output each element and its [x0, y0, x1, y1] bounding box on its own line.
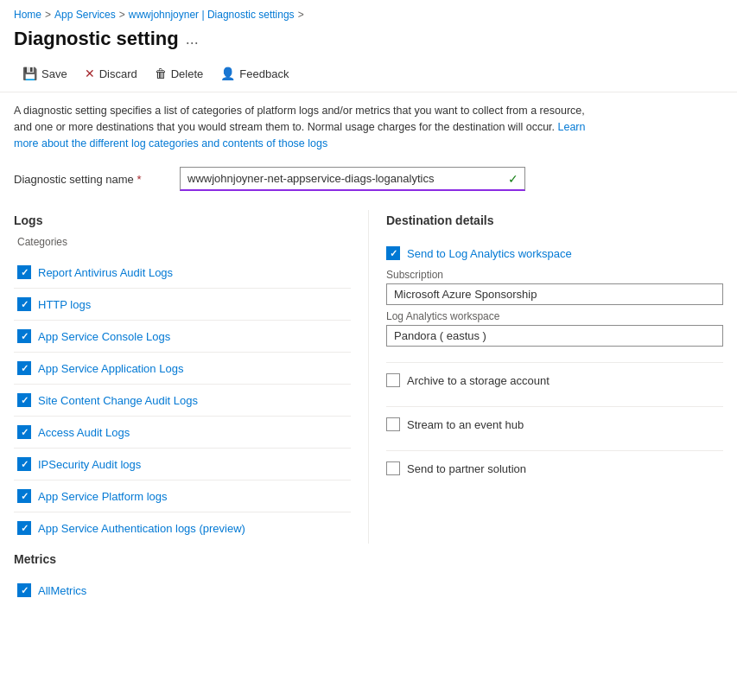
dest-header-2: Stream to an event hub — [386, 417, 723, 431]
log-item: IPSecurity Audit logs — [14, 449, 351, 480]
log-label-4[interactable]: Site Content Change Audit Logs — [38, 394, 198, 407]
dest-item: Send to partner solution — [386, 451, 723, 494]
log-label-0[interactable]: Report Antivirus Audit Logs — [38, 266, 173, 279]
page-title-area: Diagnostic setting ... — [0, 26, 737, 59]
dest-label-1[interactable]: Archive to a storage account — [407, 374, 550, 387]
log-item: HTTP logs — [14, 289, 351, 321]
form-section: Diagnostic setting name * ✓ — [0, 158, 737, 210]
page-title: Diagnostic setting — [14, 28, 179, 50]
breadcrumb-home[interactable]: Home — [14, 9, 41, 21]
required-marker: * — [137, 173, 141, 186]
dest-item: Archive to a storage account — [386, 363, 723, 407]
discard-button[interactable]: ✕ Discard — [76, 62, 146, 85]
metrics-section: Metrics AllMetrics — [0, 544, 737, 620]
toolbar: 💾 Save ✕ Discard 🗑 Delete 👤 Feedback — [0, 59, 737, 92]
log-label-5[interactable]: Access Audit Logs — [38, 426, 130, 439]
logs-panel: Logs Categories Report Antivirus Audit L… — [14, 210, 368, 544]
log-checkbox-8[interactable] — [17, 521, 31, 535]
categories-label: Categories — [14, 236, 351, 248]
delete-button[interactable]: 🗑 Delete — [146, 62, 213, 85]
dest-header-1: Archive to a storage account — [386, 373, 723, 387]
sub-field-0-0: Subscription — [386, 269, 723, 305]
destination-panel: Destination details Send to Log Analytic… — [368, 210, 723, 544]
metrics-item: AllMetrics — [14, 575, 723, 606]
log-items-list: Report Antivirus Audit Logs HTTP logs Ap… — [14, 257, 351, 544]
diagnostic-name-input[interactable] — [180, 167, 525, 191]
dest-label-0[interactable]: Send to Log Analytics workspace — [407, 247, 572, 260]
sub-field-input-0-0[interactable] — [386, 283, 723, 305]
log-item: App Service Application Logs — [14, 353, 351, 385]
delete-icon: 🗑 — [155, 67, 167, 80]
discard-icon: ✕ — [85, 67, 95, 80]
destination-items-list: Send to Log Analytics workspace Subscrip… — [386, 236, 723, 494]
metrics-label-0[interactable]: AllMetrics — [38, 584, 86, 597]
dest-header-3: Send to partner solution — [386, 461, 723, 475]
log-checkbox-5[interactable] — [17, 425, 31, 439]
log-label-6[interactable]: IPSecurity Audit logs — [38, 458, 141, 471]
dest-label-3[interactable]: Send to partner solution — [407, 462, 526, 475]
sub-field-label-0-0: Subscription — [386, 269, 723, 281]
dest-label-2[interactable]: Stream to an event hub — [407, 418, 524, 431]
log-item: App Service Console Logs — [14, 321, 351, 353]
main-content: Logs Categories Report Antivirus Audit L… — [0, 210, 737, 544]
feedback-icon: 👤 — [220, 67, 235, 80]
log-item: Site Content Change Audit Logs — [14, 385, 351, 417]
dest-checkbox-0[interactable] — [386, 246, 400, 260]
metrics-section-title: Metrics — [14, 552, 723, 566]
log-label-2[interactable]: App Service Console Logs — [38, 330, 170, 343]
sub-field-input-0-1[interactable] — [386, 325, 723, 347]
log-item: App Service Authentication logs (preview… — [14, 512, 351, 544]
dest-checkbox-3[interactable] — [386, 461, 400, 475]
logs-section-title: Logs — [14, 210, 351, 227]
log-item: App Service Platform logs — [14, 480, 351, 512]
save-button[interactable]: 💾 Save — [14, 62, 76, 85]
dest-checkbox-1[interactable] — [386, 373, 400, 387]
log-label-8[interactable]: App Service Authentication logs (preview… — [38, 522, 245, 535]
log-label-1[interactable]: HTTP logs — [38, 298, 91, 311]
log-checkbox-2[interactable] — [17, 329, 31, 343]
log-item: Access Audit Logs — [14, 417, 351, 449]
save-icon: 💾 — [22, 67, 37, 80]
valid-check-icon: ✓ — [508, 172, 518, 186]
field-label-name: Diagnostic setting name * — [14, 173, 169, 186]
log-checkbox-1[interactable] — [17, 297, 31, 311]
log-label-3[interactable]: App Service Application Logs — [38, 362, 183, 375]
feedback-button[interactable]: 👤 Feedback — [212, 62, 297, 85]
log-item: Report Antivirus Audit Logs — [14, 257, 351, 289]
metrics-checkbox-0[interactable] — [17, 583, 31, 597]
description-text: A diagnostic setting specifies a list of… — [0, 92, 613, 158]
dest-checkbox-2[interactable] — [386, 417, 400, 431]
destination-section-title: Destination details — [386, 210, 723, 227]
breadcrumb-resource[interactable]: wwwjohnjoyner | Diagnostic settings — [129, 9, 295, 21]
page-title-ellipsis: ... — [186, 30, 199, 48]
sub-field-label-0-1: Log Analytics workspace — [386, 310, 723, 322]
field-input-wrapper: ✓ — [180, 167, 525, 191]
breadcrumb-app-services[interactable]: App Services — [54, 9, 116, 21]
log-checkbox-6[interactable] — [17, 457, 31, 471]
log-checkbox-0[interactable] — [17, 265, 31, 279]
dest-item: Send to Log Analytics workspace Subscrip… — [386, 236, 723, 363]
dest-header-0: Send to Log Analytics workspace — [386, 246, 723, 260]
log-checkbox-3[interactable] — [17, 361, 31, 375]
sub-field-0-1: Log Analytics workspace — [386, 310, 723, 347]
field-row-name: Diagnostic setting name * ✓ — [14, 167, 723, 191]
metrics-items-list: AllMetrics — [14, 575, 723, 606]
log-checkbox-7[interactable] — [17, 489, 31, 503]
dest-item: Stream to an event hub — [386, 407, 723, 451]
breadcrumb: Home > App Services > wwwjohnjoyner | Di… — [0, 0, 737, 26]
log-checkbox-4[interactable] — [17, 393, 31, 407]
log-label-7[interactable]: App Service Platform logs — [38, 490, 168, 503]
